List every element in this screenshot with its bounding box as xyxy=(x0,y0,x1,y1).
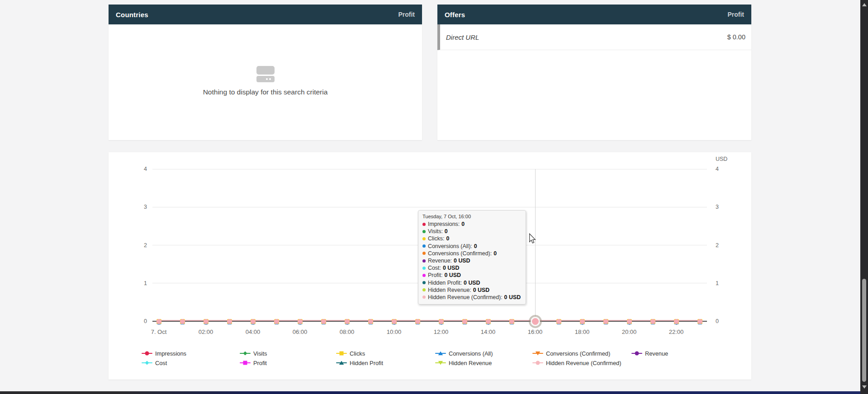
chart-plot-area: USD Tuesday, 7 Oct, 16:00 Impressions:0V… xyxy=(109,152,751,380)
data-point-marker[interactable] xyxy=(415,319,420,324)
data-point-marker[interactable] xyxy=(603,319,608,324)
offer-row[interactable]: Direct URL $ 0.00 xyxy=(437,24,751,50)
data-point-marker[interactable] xyxy=(204,319,209,324)
countries-empty-state: Nothing to display for this search crite… xyxy=(109,24,422,96)
timeline-chart-panel: USD Tuesday, 7 Oct, 16:00 Impressions:0V… xyxy=(109,152,751,380)
scroll-up-arrow-icon[interactable] xyxy=(862,3,867,6)
data-point-marker[interactable] xyxy=(274,319,279,324)
data-point-marker[interactable] xyxy=(509,319,514,324)
x-axis-label: 12:00 xyxy=(417,328,465,335)
legend-item[interactable]: Hidden Profit xyxy=(336,359,383,366)
hover-crosshair-line xyxy=(535,169,536,321)
offers-panel: Offers Profit Direct URL $ 0.00 xyxy=(437,5,751,140)
legend-label: Profit xyxy=(253,360,267,366)
legend-item[interactable]: Impressions xyxy=(142,350,186,357)
tooltip-row: Profit:0 USD xyxy=(422,272,522,279)
data-point-marker[interactable] xyxy=(650,319,655,324)
tooltip-row: Impressions:0 xyxy=(422,220,522,228)
legend-label: Visits xyxy=(253,350,267,357)
legend-marker-triangle-up-icon xyxy=(435,353,446,354)
x-axis-label: 7. Oct xyxy=(135,328,182,335)
y-axis-unit-label: USD xyxy=(716,156,727,162)
legend-marker-square-icon xyxy=(336,353,347,354)
y-axis-label-left: 4 xyxy=(127,165,147,173)
offers-metric-selector[interactable]: Profit xyxy=(727,11,744,18)
legend-item[interactable]: Hidden Revenue xyxy=(435,359,492,366)
legend-marker-square-icon xyxy=(240,362,251,364)
data-point-marker[interactable] xyxy=(556,319,561,324)
data-point-marker[interactable] xyxy=(439,319,444,324)
data-point-marker[interactable] xyxy=(368,319,373,324)
countries-panel-title: Countries xyxy=(116,11,148,19)
legend-item[interactable]: Conversions (All) xyxy=(435,350,493,357)
offers-panel-title: Offers xyxy=(445,11,465,19)
data-point-marker[interactable] xyxy=(627,319,632,324)
data-point-marker[interactable] xyxy=(486,319,491,324)
legend-label: Revenue xyxy=(645,350,668,357)
scrollbar-thumb[interactable] xyxy=(862,279,866,382)
legend-item[interactable]: Cost xyxy=(142,359,167,366)
tooltip-bullet-icon xyxy=(422,274,426,277)
tooltip-row: Clicks:0 xyxy=(422,235,522,242)
tooltip-bullet-icon xyxy=(422,223,426,226)
legend-marker-circle-icon xyxy=(532,362,543,364)
scroll-down-arrow-icon[interactable] xyxy=(862,385,867,389)
data-point-marker[interactable] xyxy=(227,319,232,324)
legend-marker-circle-icon xyxy=(631,353,642,354)
tooltip-row: Hidden Revenue:0 USD xyxy=(422,286,522,294)
data-point-marker[interactable] xyxy=(321,319,326,324)
legend-label: Cost xyxy=(155,360,167,366)
offer-name: Direct URL xyxy=(446,33,727,41)
legend-marker-circle-icon xyxy=(142,353,152,354)
data-point-marker[interactable] xyxy=(157,319,161,324)
tooltip-bullet-icon xyxy=(422,288,426,291)
tooltip-row: Revenue:0 USD xyxy=(422,257,522,264)
tooltip-bullet-icon xyxy=(422,296,426,299)
y-axis-label-left: 1 xyxy=(127,279,147,287)
data-point-marker[interactable] xyxy=(251,319,256,324)
legend-marker-triangle-down-icon xyxy=(435,362,446,364)
taskbar-edge-strip xyxy=(0,391,860,394)
tooltip-row: Hidden Profit:0 USD xyxy=(422,279,522,286)
grid-line xyxy=(152,207,707,207)
tooltip-title: Tuesday, 7 Oct, 16:00 xyxy=(422,214,522,219)
legend-item[interactable]: Visits xyxy=(240,350,267,357)
data-point-marker[interactable] xyxy=(298,319,303,324)
x-axis-label: 22:00 xyxy=(653,328,700,335)
chart-tooltip: Tuesday, 7 Oct, 16:00 Impressions:0Visit… xyxy=(418,210,526,305)
legend-item[interactable]: Profit xyxy=(240,359,267,366)
tooltip-bullet-icon xyxy=(422,244,426,248)
countries-metric-selector[interactable]: Profit xyxy=(398,11,415,18)
data-point-marker[interactable] xyxy=(180,319,185,324)
data-point-marker[interactable] xyxy=(462,319,467,324)
y-axis-label-left: 0 xyxy=(127,317,147,325)
x-axis-label: 04:00 xyxy=(229,328,276,335)
legend-marker-triangle-down-icon xyxy=(532,353,543,354)
legend-item[interactable]: Revenue xyxy=(631,350,668,357)
legend-item[interactable]: Clicks xyxy=(336,350,365,357)
x-axis-label: 08:00 xyxy=(323,328,370,335)
x-axis-line xyxy=(152,321,707,322)
data-point-marker[interactable] xyxy=(674,319,679,324)
x-axis-label: 14:00 xyxy=(465,328,512,335)
legend-label: Impressions xyxy=(155,350,186,357)
hovered-data-point[interactable] xyxy=(532,318,539,325)
data-point-marker[interactable] xyxy=(392,319,397,324)
countries-panel: Countries Profit Nothing to display for … xyxy=(109,5,422,140)
vertical-scrollbar[interactable] xyxy=(860,0,868,394)
legend-label: Conversions (Confirmed) xyxy=(546,350,610,357)
data-point-marker[interactable] xyxy=(580,319,585,324)
data-point-marker[interactable] xyxy=(697,319,702,324)
legend-label: Hidden Revenue (Confirmed) xyxy=(546,360,621,366)
tooltip-bullet-icon xyxy=(422,281,426,284)
tooltip-bullet-icon xyxy=(422,237,426,240)
x-axis-label: 18:00 xyxy=(559,328,606,335)
legend-label: Hidden Revenue xyxy=(449,360,492,366)
data-point-marker[interactable] xyxy=(345,319,350,324)
legend-item[interactable]: Hidden Revenue (Confirmed) xyxy=(532,359,621,366)
legend-item[interactable]: Conversions (Confirmed) xyxy=(532,350,610,357)
y-axis-label-left: 3 xyxy=(127,203,147,211)
series-line xyxy=(159,320,700,321)
offers-panel-header: Offers Profit xyxy=(437,5,751,24)
x-axis-label: 02:00 xyxy=(182,328,229,335)
